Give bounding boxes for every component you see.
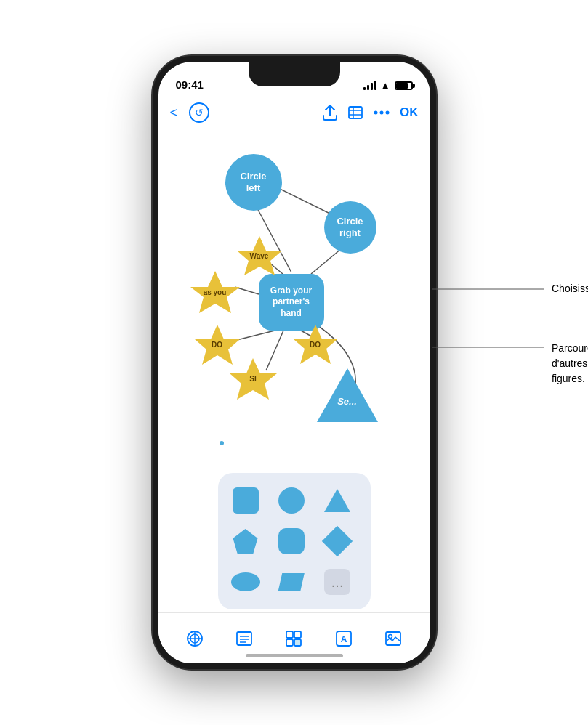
back-button[interactable]: < (170, 105, 178, 121)
diagram: Circleleft Circleright Grab yourpartner'… (158, 129, 430, 612)
shape-diamond-btn[interactable] (320, 524, 355, 559)
signal-icon (363, 81, 376, 90)
undo-button[interactable]: ↺ (189, 102, 209, 123)
status-icons: ▲ (363, 80, 413, 91)
circle-left-node[interactable]: Circleleft (225, 154, 282, 211)
toolbar-right: OK (323, 105, 419, 121)
shape-picker-panel: ... (218, 473, 371, 609)
choose-shape-callout: Choisissez une figure. (552, 283, 588, 294)
shape-oval-btn[interactable] (228, 564, 263, 599)
ok-button[interactable]: OK (400, 105, 419, 120)
shape-pentagon-btn[interactable] (228, 524, 263, 559)
svg-rect-30 (286, 639, 293, 646)
text-box-button[interactable] (228, 623, 260, 655)
battery-icon (395, 81, 413, 90)
svg-point-35 (389, 634, 392, 638)
canvas-area[interactable]: Circleleft Circleright Grab yourpartner'… (158, 129, 430, 612)
home-indicator (246, 654, 343, 657)
phone-frame: 09:41 ▲ < ↺ (153, 56, 436, 669)
shapes-button[interactable] (278, 623, 310, 655)
svg-rect-34 (386, 632, 400, 645)
grab-hand-node[interactable]: Grab yourpartner'shand (259, 274, 324, 331)
svg-rect-31 (294, 639, 301, 646)
status-time: 09:41 (176, 78, 204, 91)
as-you-node[interactable]: as you (190, 271, 240, 313)
svg-text:A: A (341, 634, 347, 644)
svg-point-4 (374, 111, 378, 115)
shape-square-btn[interactable] (228, 483, 263, 518)
svg-point-6 (386, 111, 390, 115)
text-format-button[interactable]: A (328, 623, 360, 655)
share-button[interactable] (323, 105, 337, 121)
layers-button[interactable] (347, 105, 363, 120)
more-button[interactable] (374, 110, 390, 115)
wifi-icon: ▲ (381, 80, 390, 91)
svg-rect-28 (286, 631, 293, 638)
svg-rect-24 (237, 632, 251, 645)
blue-dot (220, 441, 224, 445)
browse-more-label: Parcourez d'autresfigures. (552, 341, 588, 386)
shape-more-btn[interactable]: ... (320, 564, 355, 599)
do2-node[interactable]: DO (294, 325, 337, 364)
media-button[interactable] (377, 623, 409, 655)
si-node[interactable]: SI (230, 358, 277, 400)
choose-shape-label: Choisissez une figure. (552, 283, 588, 294)
shape-parallelogram-btn[interactable] (274, 564, 309, 599)
circle-right-node[interactable]: Circleright (324, 201, 376, 254)
wave-node[interactable]: Wave (237, 236, 282, 275)
shape-triangle-btn[interactable] (320, 483, 355, 518)
svg-rect-29 (294, 631, 301, 638)
top-toolbar: < ↺ (158, 97, 430, 129)
draw-button[interactable] (179, 623, 211, 655)
triangle-se-node[interactable] (317, 368, 378, 422)
shape-circle-btn[interactable] (274, 483, 309, 518)
browse-more-callout: Parcourez d'autresfigures. (552, 341, 588, 386)
svg-point-5 (380, 111, 384, 115)
shape-grid: ... (228, 483, 361, 599)
toolbar-left: < ↺ (170, 102, 210, 123)
triangle-se-text: Se... (317, 396, 378, 407)
notch (249, 62, 340, 86)
svg-rect-0 (349, 107, 362, 118)
shape-rounded-square-btn[interactable] (274, 524, 309, 559)
